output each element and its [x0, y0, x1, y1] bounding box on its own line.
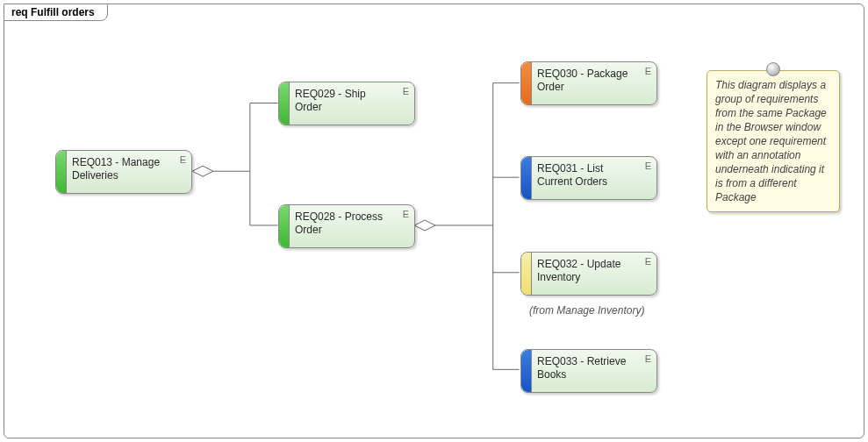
element-marker: E — [403, 209, 409, 219]
req-label: REQ030 - Package Order — [537, 68, 637, 94]
req-box-list-current-orders[interactable]: REQ031 - List Current Orders E — [520, 156, 657, 200]
svg-marker-0 — [192, 166, 213, 176]
req-box-ship-order[interactable]: REQ029 - Ship Order E — [278, 82, 415, 125]
color-bar — [521, 157, 532, 199]
frame-title: req Fulfill orders — [11, 6, 95, 18]
color-bar — [521, 253, 532, 295]
req-box-retrieve-books[interactable]: REQ033 - Retrieve Books E — [520, 349, 657, 393]
svg-marker-6 — [414, 220, 435, 231]
color-bar — [56, 151, 67, 193]
element-marker: E — [403, 86, 409, 96]
external-package-annotation: (from Manage Inventory) — [529, 304, 644, 317]
req-label: REQ033 - Retrieve Books — [537, 355, 637, 381]
req-label: REQ029 - Ship Order — [295, 88, 395, 114]
diagram-note[interactable]: This diagram displays a group of require… — [707, 70, 840, 212]
req-label: REQ031 - List Current Orders — [537, 162, 637, 189]
pin-icon — [766, 62, 780, 76]
element-marker: E — [645, 353, 651, 364]
color-bar — [279, 205, 290, 247]
req-label: REQ013 - Manage Deliveries — [72, 156, 172, 182]
frame-title-tab: req Fulfill orders — [4, 4, 108, 21]
color-bar — [521, 62, 532, 104]
req-box-process-order[interactable]: REQ028 - Process Order E — [278, 204, 415, 248]
diagram-frame: req Fulfill orders — [4, 4, 864, 438]
element-marker: E — [645, 160, 651, 171]
color-bar — [279, 82, 290, 125]
req-box-manage-deliveries[interactable]: REQ013 - Manage Deliveries E — [55, 150, 192, 194]
req-label: REQ032 - Update Inventory — [537, 258, 637, 284]
element-marker: E — [645, 256, 651, 267]
element-marker: E — [180, 154, 186, 165]
color-bar — [521, 350, 532, 392]
element-marker: E — [645, 66, 651, 76]
note-text: This diagram displays a group of require… — [715, 79, 827, 203]
req-box-update-inventory[interactable]: REQ032 - Update Inventory E — [520, 252, 657, 296]
req-label: REQ028 - Process Order — [295, 210, 395, 237]
req-box-package-order[interactable]: REQ030 - Package Order E — [520, 61, 657, 105]
